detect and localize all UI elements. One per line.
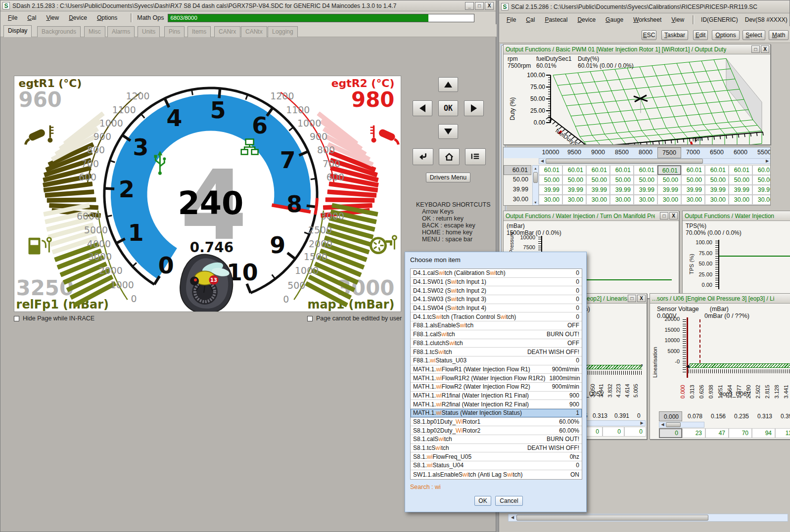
scroll-left-icon[interactable]: ◀ [660,422,665,427]
checkbox-hide-page[interactable]: Hide Page while IN-RACE [14,315,94,322]
scal-menu-file[interactable]: File [502,15,520,25]
mon-item-row[interactable]: F88.1.clutchSwitchOFF [411,339,582,348]
map-cell[interactable]: 39.99 [729,185,752,195]
map-row-header[interactable]: 20.00 [504,205,531,206]
scroll-left-icon[interactable]: ◀ [539,159,545,164]
map-col-header[interactable]: 9000 [586,147,610,158]
nav-right-button[interactable] [464,100,484,116]
mon-item-row[interactable]: SW1.1.alsEnableSwitch (Anti Lag Switch)O… [411,470,582,479]
mon-item-row[interactable]: F88.1.calSwitchBURN OUT! [411,330,582,339]
map-cell[interactable]: 30.00 [586,195,610,205]
map-cell[interactable]: 50.00 [634,175,657,185]
mon-item-row[interactable]: S8.1.wiFlowFreq_U050hz [411,452,582,461]
map-col-header[interactable]: 6500 [705,147,729,158]
map-cell[interactable]: 60.01 [634,165,657,175]
nav-up-button[interactable] [438,77,458,92]
scal-titlebar[interactable]: S SCal 2.15.286 : C:\Users\Public\Docume… [499,0,790,13]
mon-item-row[interactable]: S8.1.wiStatus_U040 [411,461,582,470]
map-cell[interactable]: 30.00 [610,195,634,205]
tab-units[interactable]: Units [138,26,160,37]
mon-item-row[interactable]: MATH.1.wiFlowR1 (Water Injection Flow R1… [411,365,582,374]
eop3-hscroll-thumb[interactable] [666,422,681,427]
map-cell[interactable]: 60.01 [657,165,681,175]
map-cell[interactable]: 50.00 [705,175,729,185]
window-eop3-titlebar[interactable]: ...sors / U06 [Engine Oil Pressure 3] [e… [650,294,790,304]
map-cell[interactable]: 30.00 [752,195,771,205]
menu-file[interactable]: File [3,13,22,23]
map-col-header[interactable]: 7000 [681,147,705,158]
scroll-right-icon[interactable]: ▶ [639,421,645,426]
map-cell[interactable]: 20.00 [681,205,705,206]
tab-canrx[interactable]: CANrx [214,26,240,37]
eop3-table-header[interactable]: 0.000 [659,411,682,421]
map-table-hscrollbar[interactable]: ◀▶ [539,158,771,164]
eop3-cell[interactable]: 23 [682,428,705,438]
map-col-header[interactable]: 6000 [729,147,752,158]
scal-menu-worksheet[interactable]: Worksheet [629,15,666,25]
mon-item-row[interactable]: MATH.1.wiFlowR1R2 (Water Injection Flow … [411,374,582,383]
scal-menu-gauge[interactable]: Gauge [601,15,628,25]
scroll-right-icon[interactable]: ▶ [764,159,770,164]
close-icon[interactable]: X [637,295,646,302]
map-cell[interactable]: 30.00 [562,195,586,205]
toolbar-math-button[interactable]: Math [769,30,789,40]
mon-item-row[interactable]: MATH.1.wiStatus (Water Injection Status)… [411,409,582,418]
window-eop2-titlebar[interactable]: ...eop2] / Linearisa □X [580,294,647,304]
menu-button[interactable] [465,148,486,165]
window-manifold-titlebar[interactable]: Output Functions / Water Injection / Tur… [504,211,679,221]
map-cell[interactable]: 50.00 [586,175,610,185]
map-cell[interactable]: 50.00 [752,175,771,185]
map-cell[interactable]: 50.00 [681,175,705,185]
eop3-cell[interactable]: 94 [752,428,775,438]
mon-item-row[interactable]: MATH.1.wiFlowR2 (Water Injection Flow R2… [411,383,582,392]
mon-item-row[interactable]: S8.1.calSwitchBURN OUT! [411,435,582,444]
tab-display[interactable]: Display [3,25,32,37]
map-cell[interactable]: 60.01 [729,165,752,175]
menu-cal[interactable]: Cal [23,13,41,23]
mon-item-row[interactable]: D4.1.calSwitch (Calibration Switch)0 [411,269,582,278]
tab-logging[interactable]: Logging [268,26,298,37]
map-cell[interactable]: 39.99 [681,185,705,195]
home-button[interactable] [439,148,460,165]
eop3-cell[interactable]: 47 [705,428,729,438]
map-cell[interactable]: 60.01 [562,165,586,175]
eop3-table-header[interactable]: 0.235 [729,411,752,421]
map-cell[interactable]: 39.99 [752,185,771,195]
eop3-cell[interactable]: 117 [775,428,790,438]
map-cell[interactable]: 20.00 [752,205,771,206]
map-row-header[interactable]: 30.00 [504,195,531,205]
map-col-header[interactable]: 5500 [752,147,771,158]
mon-item-row[interactable]: D4.1.SW04 (Switch Input 4)0 [411,304,582,313]
mon-item-row[interactable]: S8.1.tcSwitchDEATH WISH OFF! [411,444,582,453]
map-cell[interactable]: 20.00 [586,205,610,206]
map-cell[interactable]: 20.00 [610,205,634,206]
map-row-header[interactable]: 50.00 [504,175,531,185]
scal-menu-cal[interactable]: Cal [521,15,539,25]
map-cell[interactable]: 60.01 [705,165,729,175]
map-vscroll-thumb[interactable] [533,172,538,183]
mon-item-row[interactable]: D4.1.SW03 (Switch Input 3)0 [411,295,582,304]
sdash-titlebar[interactable]: S SDash 2.15.283 : C:\Users\Public\Docum… [0,0,496,11]
mon-item-row[interactable]: D4.1.SW01 (Switch Input 1)0 [411,278,582,287]
scroll-down-icon[interactable]: ▼ [533,200,538,205]
map-cell[interactable]: 20.00 [562,205,586,206]
map-cell[interactable]: 39.99 [562,185,586,195]
map-cell[interactable]: 60.01 [586,165,610,175]
eop2-cell[interactable]: 0 [624,427,646,437]
mon-item-row[interactable]: D4.1.tcSwitch (Traction Control Switch)0 [411,312,582,321]
map-cell[interactable]: 39.99 [586,185,610,195]
map-cell[interactable]: 60.01 [752,165,771,175]
nav-left-button[interactable] [413,100,432,116]
eop3-table-header[interactable]: 0.313 [752,411,775,421]
toolbar-edit-button[interactable]: Edit [693,30,708,40]
map-cell[interactable]: 39.99 [539,185,562,195]
eop3-table-hscrollbar[interactable]: ◀ [659,422,704,428]
map-col-header[interactable]: 8000 [634,147,657,158]
tab-alarms[interactable]: Alarms [107,26,135,37]
maximize-icon[interactable]: □ [628,295,636,302]
eop3-table-header[interactable]: 0.156 [705,411,729,421]
tab-pins[interactable]: Pins [164,26,185,37]
tab-cantx[interactable]: CANtx [241,26,267,37]
map-col-header[interactable]: 7500 [657,147,681,158]
scal-horizontal-scrollbar[interactable]: ◀ [508,514,788,522]
